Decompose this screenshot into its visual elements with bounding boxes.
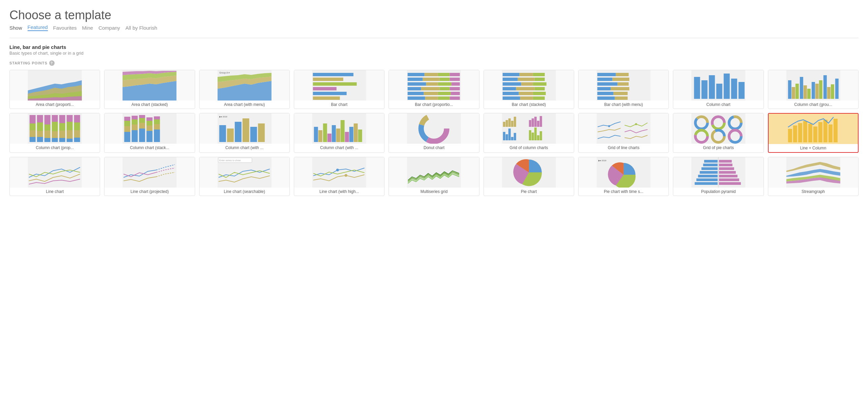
card-line-column[interactable]: Line + Column A good way of showing the … bbox=[768, 113, 859, 153]
svg-point-216 bbox=[715, 133, 722, 140]
svg-rect-191 bbox=[537, 135, 539, 140]
svg-rect-26 bbox=[438, 73, 450, 76]
svg-rect-96 bbox=[815, 84, 818, 99]
card-label: Pie chart with time s... bbox=[579, 188, 669, 196]
card-label: Bar chart (stacked) bbox=[484, 101, 574, 109]
card-line-searchable[interactable]: Enter series to show Line chart (searcha… bbox=[199, 157, 290, 196]
svg-rect-118 bbox=[52, 138, 58, 142]
card-label: Area chart (with menu) bbox=[199, 101, 289, 109]
svg-text:Enter series to show: Enter series to show bbox=[219, 159, 241, 162]
svg-rect-53 bbox=[518, 78, 534, 81]
card-pie-chart[interactable]: Pie chart bbox=[484, 157, 574, 196]
svg-rect-180 bbox=[508, 129, 510, 140]
tab-all-by-flourish[interactable]: All by Flourish bbox=[125, 25, 157, 31]
svg-rect-168 bbox=[345, 132, 349, 142]
svg-rect-21 bbox=[313, 92, 347, 95]
card-bar-menu[interactable]: Bar chart (with menu) bbox=[578, 70, 669, 109]
svg-rect-63 bbox=[533, 92, 546, 95]
svg-rect-195 bbox=[534, 117, 536, 127]
card-multiseries[interactable]: Multiseries grid bbox=[389, 157, 479, 196]
svg-rect-111 bbox=[44, 115, 51, 124]
card-column-with1[interactable]: ▶● 2019 Column chart (with ... bbox=[199, 113, 290, 153]
svg-rect-150 bbox=[154, 119, 160, 124]
svg-rect-179 bbox=[505, 134, 508, 140]
svg-rect-145 bbox=[147, 125, 153, 131]
card-label: Column chart (stack... bbox=[104, 144, 194, 152]
card-bar-prop[interactable]: Bar chart (proportio... bbox=[389, 70, 479, 109]
help-icon[interactable]: ? bbox=[49, 60, 55, 66]
svg-rect-41 bbox=[424, 92, 438, 95]
svg-rect-129 bbox=[74, 130, 80, 138]
card-pie-time[interactable]: ▶● 2019 Pie chart with time s... bbox=[578, 157, 669, 196]
show-bar: Show Featured Favourites Mine Company Al… bbox=[9, 24, 859, 31]
svg-rect-155 bbox=[227, 129, 234, 142]
card-label: Bar chart (with menu) bbox=[579, 101, 669, 109]
card-line-high[interactable]: Line chart (with high... bbox=[294, 157, 384, 196]
svg-rect-149 bbox=[154, 124, 160, 130]
svg-rect-95 bbox=[811, 82, 815, 99]
tab-company[interactable]: Company bbox=[98, 25, 120, 31]
svg-rect-146 bbox=[147, 121, 153, 125]
svg-rect-61 bbox=[502, 92, 519, 95]
svg-rect-135 bbox=[124, 117, 130, 121]
card-column-prop[interactable]: Column chart (prop... bbox=[9, 113, 100, 153]
svg-rect-222 bbox=[793, 125, 797, 142]
card-donut[interactable]: Donut chart bbox=[389, 113, 479, 153]
svg-point-238 bbox=[345, 174, 347, 177]
svg-rect-170 bbox=[354, 123, 358, 142]
card-column-stack[interactable]: Column chart (stack... bbox=[104, 113, 195, 153]
card-bar-stacked[interactable]: Bar chart (stacked) bbox=[484, 70, 574, 109]
section-subtitle: Basic types of chart, single or in a gri… bbox=[9, 51, 859, 56]
card-column-chart[interactable]: Column chart bbox=[673, 70, 764, 109]
svg-rect-157 bbox=[242, 118, 249, 142]
card-label: Pie chart bbox=[484, 188, 574, 196]
svg-rect-115 bbox=[52, 115, 58, 122]
svg-rect-22 bbox=[313, 96, 340, 100]
svg-rect-162 bbox=[318, 130, 322, 142]
card-area-menu[interactable]: Group A ▾ Area chart (with menu) bbox=[199, 70, 290, 109]
svg-rect-158 bbox=[250, 127, 257, 142]
card-label: Population pyramid bbox=[673, 188, 763, 196]
starting-points-label: STARTING POINTS ? bbox=[9, 60, 859, 66]
card-label: Column chart (with ... bbox=[199, 144, 289, 152]
svg-rect-76 bbox=[597, 92, 614, 95]
tab-featured[interactable]: Featured bbox=[28, 24, 48, 31]
svg-rect-142 bbox=[139, 118, 145, 123]
svg-rect-78 bbox=[597, 96, 615, 100]
card-grid-pie[interactable]: Grid of pie charts bbox=[673, 113, 764, 153]
svg-rect-56 bbox=[521, 82, 533, 86]
svg-rect-39 bbox=[450, 87, 460, 90]
svg-rect-112 bbox=[44, 124, 51, 131]
card-area-stacked[interactable]: Area chart (stacked) bbox=[104, 70, 195, 109]
card-pop-pyramid[interactable]: Population pyramid bbox=[673, 157, 764, 196]
tab-favourites[interactable]: Favourites bbox=[53, 25, 77, 31]
card-label: Column chart (grou... bbox=[768, 101, 858, 109]
card-line-projected[interactable]: Line chart (projected) bbox=[104, 157, 195, 196]
card-bar-chart[interactable]: Bar chart bbox=[294, 70, 384, 109]
card-streamgraph[interactable]: Streamgraph bbox=[768, 157, 859, 196]
tab-mine[interactable]: Mine bbox=[82, 25, 93, 31]
svg-rect-34 bbox=[438, 82, 452, 86]
svg-rect-58 bbox=[502, 87, 516, 90]
svg-rect-81 bbox=[694, 77, 700, 99]
page-title: Choose a template bbox=[9, 8, 859, 22]
svg-rect-226 bbox=[813, 126, 817, 142]
svg-rect-227 bbox=[818, 122, 822, 142]
svg-rect-46 bbox=[438, 96, 450, 100]
svg-rect-232 bbox=[123, 157, 177, 188]
svg-text:▶● 2019: ▶● 2019 bbox=[598, 160, 607, 162]
card-grid-line[interactable]: Grid of line charts bbox=[578, 113, 669, 153]
svg-rect-104 bbox=[30, 123, 36, 130]
svg-rect-137 bbox=[132, 124, 138, 130]
card-grid-column[interactable]: Grid of column charts bbox=[484, 113, 574, 153]
card-label: Multiseries grid bbox=[389, 188, 479, 196]
svg-rect-192 bbox=[539, 131, 542, 140]
card-label: Column chart (prop... bbox=[10, 144, 100, 152]
card-area-prop[interactable]: Area chart (proporti... bbox=[9, 70, 100, 109]
card-column-group[interactable]: Column chart (grou... bbox=[768, 70, 859, 109]
svg-rect-124 bbox=[67, 122, 73, 130]
card-column-with2[interactable]: Column chart (with ... bbox=[294, 113, 384, 153]
card-line-chart[interactable]: Line chart bbox=[9, 157, 100, 196]
svg-rect-71 bbox=[613, 78, 629, 81]
svg-rect-257 bbox=[719, 175, 738, 177]
